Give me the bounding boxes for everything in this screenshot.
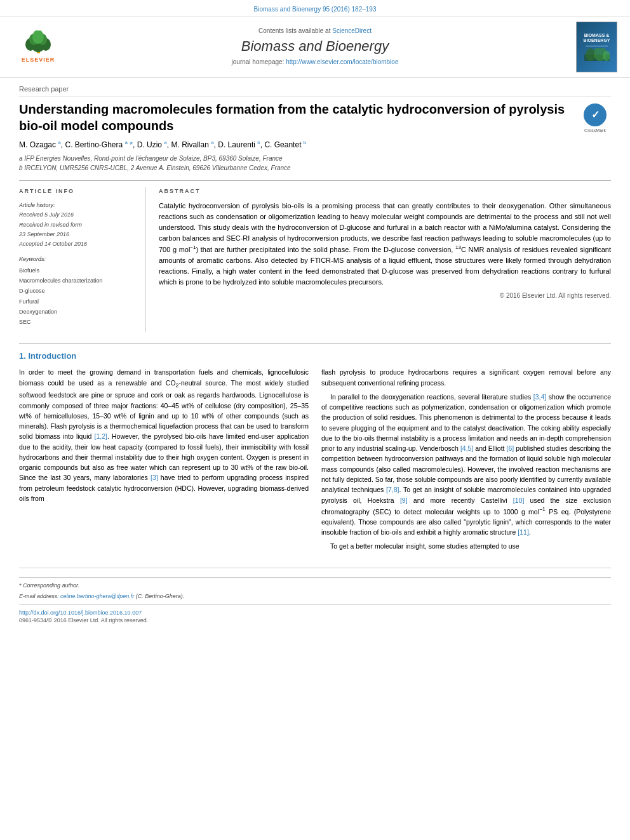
crossmark-container: ✓ CrossMark — [579, 101, 611, 134]
cover-title: BIOMASS &BIOENERGY — [583, 33, 610, 44]
paper-type: Research paper — [19, 84, 611, 97]
crossmark-label: CrossMark — [584, 128, 606, 134]
journal-ref-link[interactable]: Biomass and Bioenergy 95 (2016) 182–193 — [254, 6, 377, 13]
cover-graphic — [584, 48, 610, 61]
keyword-biofuels: Biofuels — [19, 265, 137, 276]
issn-line: 0961-9534/© 2016 Elsevier Ltd. All right… — [19, 617, 148, 623]
svg-point-6 — [32, 30, 44, 44]
received-date: Received 5 July 2016 — [19, 210, 137, 220]
ref-4-5[interactable]: [4,5] — [460, 444, 473, 452]
ref-10[interactable]: [10] — [513, 497, 525, 504]
footer-divider-2 — [19, 604, 611, 605]
affiliation-b: b IRCELYON, UMR5256 CNRS-UCBL, 2 Avenue … — [19, 163, 611, 173]
superscript-minus1: −1 — [539, 506, 546, 512]
email-line: E-mail address: celine.bertino-ghera@ifp… — [19, 592, 611, 601]
ref-11[interactable]: [11] — [518, 528, 529, 536]
intro-right-col: flash pyrolysis to produce hydrocarbons … — [321, 367, 611, 555]
homepage-line: journal homepage: http://www.elsevier.co… — [64, 58, 566, 67]
article-history: Article history: Received 5 July 2016 Re… — [19, 201, 137, 249]
ref-6[interactable]: [6] — [507, 444, 514, 452]
elsevier-wordmark: ELSEVIER — [22, 56, 55, 64]
article-info-abstract: ARTICLE INFO Article history: Received 5… — [19, 180, 611, 332]
paper-title: Understanding macromolecules formation f… — [19, 101, 579, 134]
keywords-section: Keywords: Biofuels Macromolecules charac… — [19, 255, 137, 327]
top-bar: Biomass and Bioenergy 95 (2016) 182–193 — [0, 0, 630, 17]
revised-date: Received in revised form23 September 201… — [19, 220, 137, 240]
journal-header: ELSEVIER Contents lists available at Sci… — [0, 17, 630, 78]
intro-title: 1. Introduction — [19, 350, 611, 362]
sciencedirect-line: Contents lists available at ScienceDirec… — [64, 27, 566, 36]
sciencedirect-link[interactable]: ScienceDirect — [332, 27, 372, 34]
elsevier-logo: ELSEVIER — [13, 29, 64, 64]
abstract-header: ABSTRACT — [159, 187, 611, 196]
crossmark-icon[interactable]: ✓ — [584, 103, 607, 126]
intro-body: In order to meet the growing demand in t… — [19, 367, 611, 555]
intro-p2: flash pyrolysis to produce hydrocarbons … — [321, 367, 611, 388]
copyright: © 2016 Elsevier Ltd. All rights reserved… — [159, 291, 611, 300]
abstract-panel: ABSTRACT Catalytic hydroconversion of py… — [159, 187, 611, 332]
ref-1-2[interactable]: [1,2] — [95, 432, 107, 440]
footer-links: http://dx.doi.org/10.1016/j.biombioe.201… — [19, 609, 611, 625]
intro-p1: In order to meet the growing demand in t… — [19, 367, 309, 503]
ref-9[interactable]: [9] — [400, 497, 408, 504]
elsevier-tree-icon — [21, 30, 56, 55]
keyword-macromolecules: Macromolecules characterization — [19, 276, 137, 286]
paper-title-section: Understanding macromolecules formation f… — [19, 101, 611, 134]
accepted-date: Accepted 14 October 2016 — [19, 239, 137, 249]
homepage-link[interactable]: http://www.elsevier.com/locate/biombioe — [286, 58, 398, 65]
history-label: Article history: — [19, 201, 137, 210]
footer-section: * Corresponding author. E-mail address: … — [19, 568, 611, 624]
article-info-header: ARTICLE INFO — [19, 187, 137, 196]
abstract-text: Catalytic hydroconversion of pyrolysis b… — [159, 201, 611, 288]
corresponding-note: * Corresponding author. — [19, 582, 611, 590]
authors: M. Ozagac a, C. Bertino-Ghera a *, D. Uz… — [19, 139, 611, 151]
ref-3[interactable]: [3] — [151, 474, 158, 481]
journal-center-info: Contents lists available at ScienceDirec… — [64, 27, 566, 67]
introduction-section: 1. Introduction In order to meet the gro… — [19, 343, 611, 555]
intro-p4: To get a better molecular insight, some … — [321, 541, 611, 551]
ref-3-4[interactable]: [3,4] — [533, 393, 546, 401]
journal-title: Biomass and Bioenergy — [64, 37, 566, 57]
keyword-dglucose: D-glucose — [19, 286, 137, 296]
superscript-13c: 13 — [455, 244, 461, 250]
keyword-sec: SEC — [19, 317, 137, 327]
affiliation-a: a IFP Energies Nouvelles, Rond-point de … — [19, 154, 611, 163]
main-content: Research paper Understanding macromolecu… — [0, 78, 630, 634]
email-link[interactable]: celine.bertino-ghera@ifpen.fr — [60, 593, 134, 599]
keyword-deoxygenation: Deoxygenation — [19, 307, 137, 317]
doi-link[interactable]: http://dx.doi.org/10.1016/j.biombioe.201… — [19, 610, 142, 616]
article-info-panel: ARTICLE INFO Article history: Received 5… — [19, 187, 146, 332]
keywords-label: Keywords: — [19, 255, 137, 263]
affiliations: a IFP Energies Nouvelles, Rond-point de … — [19, 154, 611, 173]
intro-p3: In parallel to the deoxygenation reactio… — [321, 392, 611, 537]
journal-cover: BIOMASS &BIOENERGY — [566, 22, 617, 72]
intro-left-col: In order to meet the growing demand in t… — [19, 367, 309, 555]
ref-7-8[interactable]: [7,8] — [386, 486, 399, 493]
cover-image: BIOMASS &BIOENERGY — [576, 22, 617, 72]
footer-divider — [19, 577, 611, 578]
superscript-1: −1 — [190, 244, 196, 250]
keyword-furfural: Furfural — [19, 297, 137, 307]
